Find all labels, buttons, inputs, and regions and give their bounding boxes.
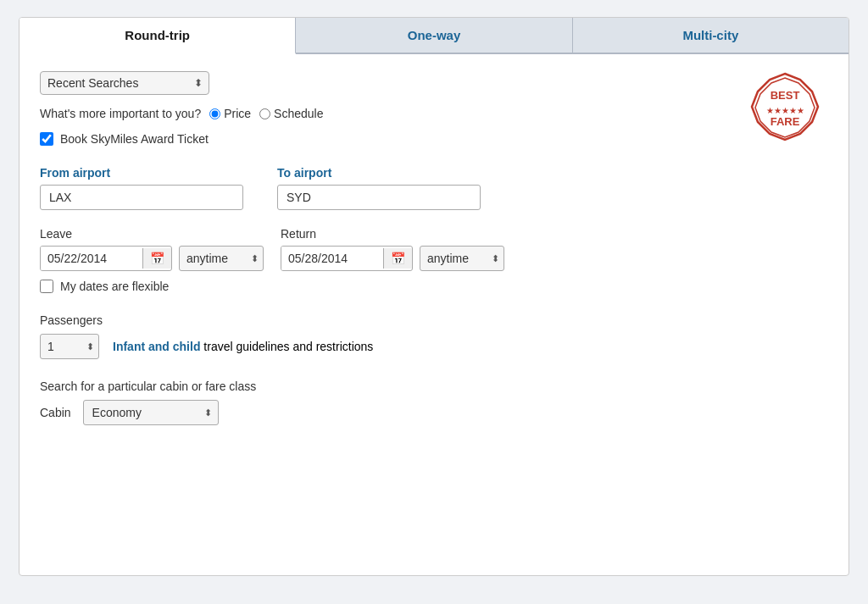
cabin-label: Cabin [40, 406, 71, 419]
priority-schedule-label[interactable]: Schedule [259, 107, 323, 120]
infant-child-link[interactable]: Infant and child [113, 340, 200, 353]
flexible-row: My dates are flexible [40, 280, 828, 293]
award-ticket-checkbox[interactable] [40, 132, 53, 146]
passengers-section: Passengers 1 2 3 4 5 Infant and child tr… [40, 313, 828, 359]
return-time-select[interactable]: anytime morning afternoon evening [420, 246, 504, 271]
tab-multi-city[interactable]: Multi-city [573, 18, 849, 53]
to-static: To [277, 166, 294, 180]
priority-price-radio[interactable] [209, 108, 220, 119]
from-to-row: From airport To airport [40, 166, 828, 210]
leave-time-select[interactable]: anytime morning afternoon evening [179, 246, 264, 271]
form-area: BEST ★★★★★ FARE Recent Searches What's m… [19, 54, 849, 459]
from-static: From [40, 166, 73, 180]
priority-price-label[interactable]: Price [209, 107, 251, 120]
passengers-count-wrapper: 1 2 3 4 5 [40, 334, 99, 359]
from-field-group: From airport [40, 166, 243, 210]
return-label: Return [281, 227, 504, 241]
tab-one-way[interactable]: One-way [296, 18, 572, 53]
recent-searches-row: Recent Searches [40, 71, 828, 95]
infant-text-rest: travel guidelines and restrictions [200, 340, 373, 353]
from-label: From airport [40, 166, 243, 180]
to-link[interactable]: airport [294, 166, 331, 180]
flexible-label: My dates are flexible [60, 280, 169, 293]
recent-searches-select[interactable]: Recent Searches [40, 71, 209, 95]
award-ticket-row: Book SkyMiles Award Ticket [40, 132, 828, 146]
main-container: Round-trip One-way Multi-city BEST ★★★★★… [19, 17, 849, 576]
passengers-count-select[interactable]: 1 2 3 4 5 [40, 334, 99, 359]
from-input[interactable] [40, 185, 243, 210]
return-time-wrapper: anytime morning afternoon evening [420, 246, 504, 271]
cabin-select[interactable]: Economy First Business Premium Economy [83, 400, 219, 425]
best-fare-badge: BEST ★★★★★ FARE [747, 71, 823, 147]
leave-time-wrapper: anytime morning afternoon evening [179, 246, 264, 271]
return-calendar-icon[interactable]: 📅 [383, 248, 412, 269]
svg-text:BEST: BEST [771, 89, 800, 102]
cabin-select-wrapper: Economy First Business Premium Economy [83, 400, 219, 425]
priority-schedule-radio[interactable] [259, 108, 270, 119]
award-ticket-label: Book SkyMiles Award Ticket [60, 132, 209, 146]
cabin-row: Cabin Economy First Business Premium Eco… [40, 400, 828, 425]
svg-text:FARE: FARE [771, 115, 800, 128]
tab-round-trip[interactable]: Round-trip [19, 18, 296, 54]
leave-date-wrapper: 📅 [40, 246, 172, 271]
tab-bar: Round-trip One-way Multi-city [19, 18, 849, 54]
cabin-desc: Search for a particular cabin or fare cl… [40, 380, 828, 393]
infant-child-text: Infant and child travel guidelines and r… [113, 340, 373, 353]
to-input[interactable] [277, 185, 481, 210]
recent-searches-wrapper: Recent Searches [40, 71, 209, 95]
to-field-group: To airport [277, 166, 481, 210]
svg-text:★★★★★: ★★★★★ [766, 106, 804, 115]
dates-row: Leave 📅 anytime morning afternoon evenin… [40, 227, 828, 271]
leave-label: Leave [40, 227, 264, 241]
passengers-label: Passengers [40, 313, 828, 327]
passengers-row: 1 2 3 4 5 Infant and child travel guidel… [40, 334, 828, 359]
return-date-wrapper: 📅 [281, 246, 413, 271]
priority-question: What's more important to you? [40, 107, 201, 120]
return-date-input[interactable] [281, 247, 383, 270]
priority-row: What's more important to you? Price Sche… [40, 107, 828, 120]
flexible-checkbox[interactable] [40, 280, 53, 293]
leave-calendar-icon[interactable]: 📅 [142, 248, 171, 269]
priority-price-text: Price [224, 107, 251, 120]
return-group: Return 📅 anytime morning afternoon eveni… [281, 227, 504, 271]
leave-date-input[interactable] [41, 247, 142, 270]
cabin-section: Search for a particular cabin or fare cl… [40, 380, 828, 425]
to-label: To airport [277, 166, 481, 180]
from-link[interactable]: airport [73, 166, 110, 180]
leave-group: Leave 📅 anytime morning afternoon evenin… [40, 227, 264, 271]
dates-section: Leave 📅 anytime morning afternoon evenin… [40, 227, 828, 293]
priority-schedule-text: Schedule [274, 107, 323, 120]
